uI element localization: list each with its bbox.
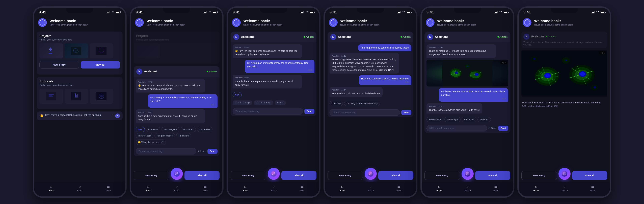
entry-chip-1[interactable]: V32_IF 2 d ago: [232, 100, 252, 105]
chip-find-entry[interactable]: Find entry: [146, 127, 160, 132]
fab-4[interactable]: [364, 168, 377, 180]
nav-search-3[interactable]: ⌕ Search: [270, 184, 277, 192]
image-caption-area-6: Paclitaxel treatment for 24 h led to an …: [522, 99, 607, 109]
chip-diff-settings[interactable]: I'm using different settings today: [344, 101, 380, 106]
send-button-5[interactable]: Send: [498, 126, 508, 131]
entry-chip-3[interactable]: V30_IF: [275, 100, 286, 105]
view-all-button[interactable]: View all: [81, 61, 120, 69]
new-entry-button[interactable]: New entry: [40, 61, 79, 69]
protocol-thumb-3[interactable]: [90, 89, 113, 104]
chip-find-reagents[interactable]: Find reagents: [162, 127, 180, 132]
nav-home-label-5: Home: [436, 189, 442, 192]
notification-icon: 👋: [40, 113, 44, 118]
screen-content-6[interactable]: N Assistant Available That's all recorde…: [519, 29, 610, 169]
chat-messages-5[interactable]: Assistant 11:14 That's all recorded ✓. P…: [424, 42, 510, 115]
nav-search-6[interactable]: ⌕ Search: [561, 184, 568, 192]
new-entry-btn-4[interactable]: New entry: [328, 171, 363, 180]
attach-button-5[interactable]: ⊕ Attach: [488, 127, 497, 129]
chat-messages-3[interactable]: Assistant 09:41 👋 Hey! I'm your personal…: [230, 42, 316, 91]
chip-import[interactable]: Import files: [197, 127, 212, 132]
chat-input-4[interactable]: Type or say something: [330, 109, 400, 116]
chip-new-3[interactable]: New: [232, 92, 242, 97]
app-logo-5: [426, 18, 434, 27]
nav-menu-3[interactable]: ☰ Menu: [300, 184, 304, 192]
protocol-thumb-1[interactable]: [40, 89, 63, 104]
image-sub-6: DAPI, alpha-tubulin (Alexa Fluor 488): [522, 105, 606, 107]
screen-content-2[interactable]: Projects Find all your synced projects h…: [131, 29, 222, 169]
send-button-3[interactable]: Send: [304, 109, 314, 114]
nav-search-4[interactable]: ⌕ Search: [368, 184, 374, 192]
nav-search-2[interactable]: ⌕ Search: [174, 184, 180, 192]
new-entry-btn-6[interactable]: New entry: [522, 171, 557, 180]
microscopy-image[interactable]: 1 | 3: [426, 60, 508, 86]
chat-messages-4[interactable]: I'm using the same confocal microscope t…: [328, 42, 414, 99]
nav-search-5[interactable]: ⌕ Search: [464, 184, 471, 192]
chat-messages-2[interactable]: Assistant 09:41 👋 Hey! I'm your personal…: [134, 77, 220, 125]
nav-menu-5[interactable]: ☰ Menu: [494, 184, 498, 192]
chip-find-users[interactable]: Find users: [176, 133, 191, 138]
fab-5[interactable]: [462, 168, 474, 180]
nav-menu-6[interactable]: ☰ Menu: [590, 184, 595, 192]
nav-home-5[interactable]: ⌂ Home: [436, 184, 442, 192]
chip-find-sops[interactable]: Find SOPs: [180, 127, 196, 132]
chip-add-images[interactable]: Add images: [444, 117, 461, 122]
chip-continue[interactable]: Continue: [330, 101, 343, 106]
attach-button-2[interactable]: ⊕ Attach: [198, 150, 206, 152]
nav-search[interactable]: ⌕ Search: [77, 184, 83, 192]
app-logo: [38, 18, 47, 27]
thumb-2[interactable]: [64, 43, 88, 58]
screen-content-3[interactable]: N Assistant Available Assistant 09:41: [228, 29, 319, 169]
protocol-thumb-2[interactable]: [64, 89, 88, 104]
chat-input-2[interactable]: Type or say something: [136, 148, 196, 154]
new-entry-btn-2[interactable]: New entry: [134, 171, 169, 180]
msg-3-a1: Assistant 09:41 👋 Hey! I'm your personal…: [232, 44, 302, 58]
view-all-btn-2[interactable]: View all: [184, 171, 220, 180]
chip-review-data[interactable]: Review data: [426, 117, 443, 122]
nav-home-3[interactable]: ⌂ Home: [242, 184, 248, 192]
app-header-4: Welcome back! Never lose a thought at th…: [325, 16, 416, 29]
chat-input-3[interactable]: Type or say something: [232, 108, 303, 114]
nav-search-label-3: Search: [270, 189, 277, 192]
chip-what-else[interactable]: 🤔 What else can you do?: [136, 139, 166, 145]
large-image-panel-6[interactable]: 1 | 3: [522, 50, 607, 97]
send-button-4[interactable]: Send: [401, 110, 412, 115]
new-entry-btn-3[interactable]: New entry: [230, 171, 266, 180]
msg-3-utext1: I'm running an immunofluorescence experi…: [247, 62, 308, 68]
chip-add-data[interactable]: Add data: [478, 117, 491, 122]
fab-6[interactable]: [558, 168, 570, 180]
svg-rect-1: [49, 51, 52, 51]
view-all-btn-5[interactable]: View all: [475, 171, 510, 180]
chip-interpret-data[interactable]: Interpret data: [136, 133, 153, 138]
menu-icon-2: ☰: [204, 184, 207, 189]
available-label-5: Available: [500, 36, 508, 38]
menu-icon: ☰: [106, 184, 110, 189]
view-all-btn-3[interactable]: View all: [282, 171, 316, 180]
nav-home-4[interactable]: ⌂ Home: [340, 184, 345, 192]
nav-home[interactable]: ⌂ Home: [49, 184, 54, 192]
status-bar-6: 9:41: [519, 8, 610, 16]
screen-content-5[interactable]: N Assistant Available Assistant 11:14: [422, 29, 513, 169]
screen-content-1[interactable]: Projects Find all your synced projects h…: [34, 29, 125, 182]
welcome-title-6: Welcome back!: [534, 19, 573, 23]
fab-3[interactable]: [268, 168, 280, 180]
chip-add-notes[interactable]: Add notes: [462, 117, 476, 122]
thumb-3[interactable]: [90, 43, 113, 58]
nav-menu-4[interactable]: ☰ Menu: [396, 184, 402, 192]
thumb-1[interactable]: [40, 43, 63, 58]
nav-menu-2[interactable]: ☰ Menu: [202, 184, 208, 192]
send-button-2[interactable]: Send: [208, 149, 218, 154]
notification-close[interactable]: ✕: [111, 113, 114, 117]
screen-content-4[interactable]: N Assistant Available I'm using the same…: [325, 29, 416, 169]
new-entry-btn-5[interactable]: New entry: [424, 171, 460, 180]
chat-input-5[interactable]: I'd like to add some mor...: [426, 125, 487, 131]
nav-home-6[interactable]: ⌂ Home: [533, 184, 539, 192]
view-all-btn-6[interactable]: View all: [572, 171, 607, 180]
chip-new-2[interactable]: New: [136, 127, 145, 132]
nav-home-2[interactable]: ⌂ Home: [146, 184, 151, 192]
entry-chip-2[interactable]: V31_IF 1 w ago: [254, 100, 274, 105]
chip-interpret-img[interactable]: Interpret images: [154, 133, 175, 138]
msg-5-utext1: Paclitaxel treatment for 24 h led to an …: [441, 90, 505, 96]
nav-menu[interactable]: ☰ Menu: [106, 184, 111, 192]
fab-2[interactable]: [171, 168, 183, 180]
view-all-btn-4[interactable]: View all: [378, 171, 414, 180]
